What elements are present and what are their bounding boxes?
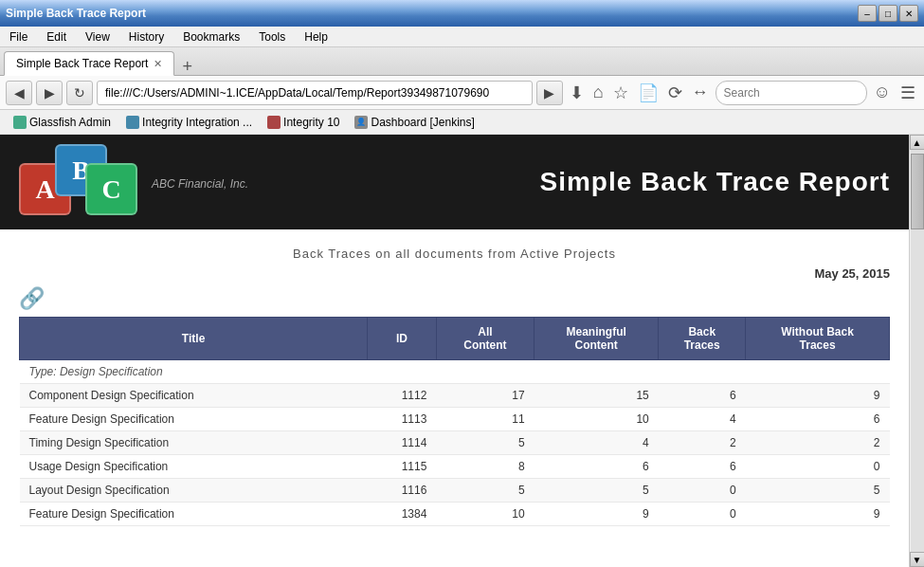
browser-content: A B C ABC Financial, Inc. Simple Back Tr… [0,135,924,567]
row-without-2: 2 [746,431,890,455]
row-meaningful-5: 9 [534,503,659,526]
report-header: A B C ABC Financial, Inc. Simple Back Tr… [0,135,909,229]
report-subtitle: Back Traces on all documents from Active… [19,247,890,261]
bookmark-label-integrity10: Integrity 10 [283,116,339,129]
bookmark-label-dashboard: Dashboard [Jenkins] [371,116,474,129]
report-date: May 25, 2015 [19,266,890,281]
row-back-3: 6 [659,455,746,479]
history-icon[interactable]: ⟳ [665,82,685,103]
report-logo: A B C ABC Financial, Inc. [19,144,248,220]
row-title-1: Feature Design Specification [20,408,368,431]
report-container: A B C ABC Financial, Inc. Simple Back Tr… [0,135,909,567]
url-input[interactable] [97,81,533,105]
minimize-button[interactable]: – [858,5,877,22]
search-input[interactable] [716,81,867,105]
bookmark-favicon-integrity [126,116,139,129]
type-row: Type: Design Specification [20,360,890,384]
row-all-2: 5 [436,431,534,455]
window-controls[interactable]: – □ ✕ [858,5,918,22]
table-row: Timing Design Specification 1114 5 4 2 2 [20,431,890,455]
row-id-3: 1115 [368,455,437,479]
forward-button[interactable]: ▶ [36,81,63,105]
star-icon[interactable]: ☆ [610,82,631,103]
report-table: Title ID All Content Meaningful Content … [19,317,890,526]
bookmark-label-integrity: Integrity Integration ... [142,116,252,129]
bookmark-integrity-10[interactable]: Integrity 10 [262,114,345,131]
col-meaningful-content: Meaningful Content [534,318,659,360]
table-row: Layout Design Specification 1116 5 5 0 5 [20,479,890,503]
bookmark-integrity-integration[interactable]: Integrity Integration ... [120,114,258,131]
maximize-button[interactable]: □ [879,5,897,22]
row-id-0: 1112 [368,384,437,408]
tab-label: Simple Back Trace Report [16,57,148,70]
row-all-0: 17 [436,384,534,408]
back-button[interactable]: ◀ [6,81,32,105]
row-title-0: Component Design Specification [20,384,368,408]
sync-icon[interactable]: ↔ [689,82,712,102]
col-all-content: All Content [436,318,534,360]
scrollbar-track[interactable] [911,150,924,552]
tab-close-button[interactable]: ✕ [154,58,162,70]
col-title: Title [20,318,368,360]
row-title-4: Layout Design Specification [20,479,368,503]
table-row: Usage Design Specification 1115 8 6 6 0 [20,455,890,479]
row-back-5: 0 [659,503,746,526]
scrollbar-thumb[interactable] [911,154,924,229]
scrollbar[interactable]: ▲ ▼ [909,135,924,567]
row-without-3: 0 [746,455,890,479]
close-button[interactable]: ✕ [899,5,918,22]
new-tab-button[interactable]: + [174,58,200,75]
row-id-2: 1114 [368,431,437,455]
tab-bar: Simple Back Trace Report ✕ + [0,47,924,76]
download-icon[interactable]: ⬇ [567,82,587,103]
menu-history[interactable]: History [119,28,173,46]
bookmark-glassfish[interactable]: Glassfish Admin [8,114,117,131]
table-row: Feature Design Specification 1384 10 9 0… [20,503,890,526]
row-title-2: Timing Design Specification [20,431,368,455]
bookmark-favicon-dashboard: 👤 [354,116,368,129]
row-all-5: 10 [436,503,534,526]
report-link-icon: 🔗 [19,286,890,311]
bookmark-favicon-glassfish [13,116,27,129]
table-row: Component Design Specification 1112 17 1… [20,384,890,408]
menu-edit[interactable]: Edit [37,28,76,46]
menu-icon[interactable]: ☰ [897,82,918,103]
table-row: Feature Design Specification 1113 11 10 … [20,408,890,431]
reload-button[interactable]: ↻ [66,81,93,105]
address-bar: ◀ ▶ ↻ ▶ ⬇ ⌂ ☆ 📄 ⟳ ↔ ☺ ☰ [0,76,924,110]
row-title-3: Usage Design Specification [20,455,368,479]
row-all-3: 8 [436,455,534,479]
home-icon[interactable]: ⌂ [590,82,607,102]
row-title-5: Feature Design Specification [20,503,368,526]
url-go-button[interactable]: ▶ [536,81,563,105]
row-back-1: 4 [659,408,746,431]
bookmark-dashboard[interactable]: 👤 Dashboard [Jenkins] [349,114,480,131]
menu-help[interactable]: Help [295,28,337,46]
col-id: ID [368,318,437,360]
bookmark-icon[interactable]: 📄 [635,82,661,103]
menu-view[interactable]: View [76,28,119,46]
row-without-0: 9 [746,384,890,408]
report-title: Simple Back Trace Report [540,167,890,197]
row-without-4: 5 [746,479,890,503]
row-id-1: 1113 [368,408,437,431]
menu-tools[interactable]: Tools [249,28,295,46]
row-all-1: 11 [436,408,534,431]
menu-bookmarks[interactable]: Bookmarks [173,28,249,46]
row-meaningful-4: 5 [534,479,659,503]
scroll-up-button[interactable]: ▲ [910,135,925,150]
menu-file[interactable]: File [0,28,37,46]
row-back-0: 6 [659,384,746,408]
scroll-down-button[interactable]: ▼ [910,552,925,567]
toolbar-icons: ⬇ ⌂ ☆ 📄 ⟳ ↔ [567,82,712,103]
row-back-2: 2 [659,431,746,455]
smiley-icon[interactable]: ☺ [871,82,894,102]
row-all-4: 5 [436,479,534,503]
tab-active[interactable]: Simple Back Trace Report ✕ [4,51,174,76]
menu-bar: File Edit View History Bookmarks Tools H… [0,27,924,47]
bookmark-favicon-integrity10 [267,116,281,129]
type-label: Type: Design Specification [20,360,890,384]
row-meaningful-3: 6 [534,455,659,479]
col-without-back-traces: Without Back Traces [746,318,890,360]
row-id-4: 1116 [368,479,437,503]
